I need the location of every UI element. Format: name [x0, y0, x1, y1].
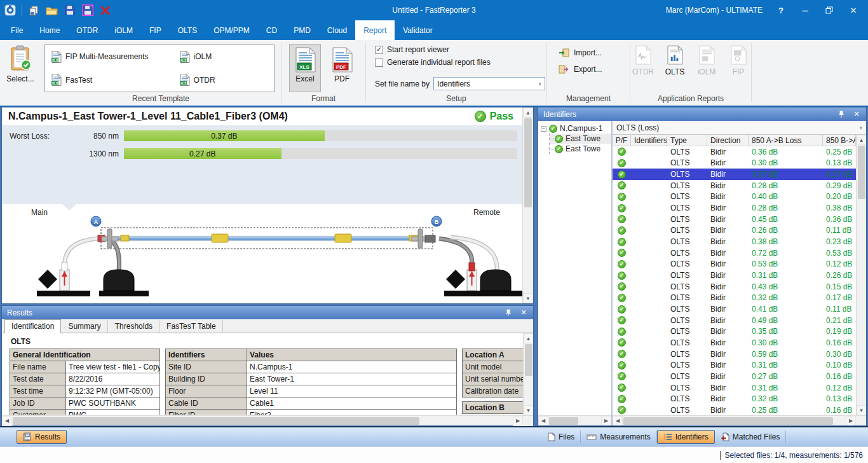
- scroll-up-icon[interactable]: ▲: [857, 135, 867, 145]
- import-button[interactable]: Import...: [559, 48, 630, 58]
- scroll-left-icon[interactable]: ◀: [538, 416, 548, 426]
- tab-file[interactable]: File: [3, 20, 31, 40]
- olts-measurement-row[interactable]: ✓OLTSBidir0.35 dB0.19 dB: [613, 326, 856, 338]
- column-type[interactable]: Type: [667, 135, 707, 146]
- olts-measurement-row[interactable]: ✓OLTSBidir0.59 dB0.30 dB: [613, 349, 856, 360]
- olts-measurement-row[interactable]: ✓OLTSBidir0.31 dB0.12 dB: [613, 382, 856, 394]
- olts-measurement-row[interactable]: ✓OLTSBidir0.30 dB0.13 dB: [613, 158, 856, 169]
- olts-measurement-row[interactable]: ✓OLTSBidir0.30 dB0.16 dB: [613, 337, 856, 349]
- olts-measurement-row[interactable]: ✓OLTSBidir0.37 dB0.27 dB: [613, 169, 856, 180]
- scroll-down-icon[interactable]: ▼: [524, 405, 534, 415]
- olts-measurement-row[interactable]: ✓OLTSBidir0.31 dB0.26 dB: [613, 270, 856, 281]
- file-name-dropdown[interactable]: Identifiers ▾: [433, 77, 545, 90]
- export-button[interactable]: Export...: [559, 64, 630, 74]
- collapse-icon[interactable]: −: [541, 126, 546, 132]
- olts-measurement-row[interactable]: ✓OLTSBidir0.49 dB0.21 dB: [613, 315, 856, 326]
- olts-measurement-row[interactable]: ✓OLTSBidir0.32 dB0.17 dB: [613, 293, 856, 304]
- list-vertical-scrollbar[interactable]: ▲ ▼: [856, 135, 866, 415]
- template-item[interactable]: XLSFasTest: [45, 69, 173, 92]
- close-panel-icon[interactable]: ✕: [852, 110, 861, 119]
- tab-matched-files[interactable]: Matched Files: [715, 431, 787, 443]
- app-icon[interactable]: [4, 4, 16, 17]
- template-item[interactable]: XLSOTDR: [173, 69, 274, 92]
- tab-files[interactable]: Files: [541, 431, 581, 443]
- template-item[interactable]: XLSiOLM: [173, 45, 274, 69]
- tab-fip[interactable]: FIP: [141, 20, 170, 40]
- column-850-ab-loss[interactable]: 850 A->B Loss: [749, 135, 823, 146]
- close-button[interactable]: ✕: [848, 4, 859, 16]
- olts-measurement-row[interactable]: ✓OLTSBidir0.45 dB0.36 dB: [613, 214, 856, 225]
- pin-icon[interactable]: [837, 110, 846, 119]
- olts-measurement-row[interactable]: ✓OLTSBidir0.28 dB0.38 dB: [613, 202, 856, 214]
- tab-validator[interactable]: Validator: [395, 20, 440, 40]
- column-direction[interactable]: Direction: [707, 135, 749, 146]
- results-vertical-scrollbar[interactable]: ▲ ▼: [523, 333, 533, 415]
- tree-child-item[interactable]: ✓ East Towe: [550, 144, 611, 154]
- olts-measurement-row[interactable]: ✓OLTSBidir0.26 dB0.11 dB: [613, 225, 856, 237]
- scroll-left-icon[interactable]: ◀: [613, 416, 623, 426]
- olts-measurement-row[interactable]: ✓OLTSBidir0.32 dB0.13 dB: [613, 393, 856, 404]
- tab-report[interactable]: Report: [355, 20, 395, 40]
- close-panel-icon[interactable]: ✕: [519, 308, 528, 317]
- tab-opm-ppm[interactable]: OPM/PPM: [205, 20, 258, 40]
- pin-icon[interactable]: [504, 308, 513, 317]
- tab-identifiers[interactable]: Identifiers: [657, 430, 715, 444]
- summary-vertical-scrollbar[interactable]: ▲ ▼: [522, 107, 533, 303]
- olts-measurement-row[interactable]: ✓OLTSBidir0.40 dB0.20 dB: [613, 191, 856, 203]
- save-icon[interactable]: [64, 4, 76, 17]
- olts-measurement-row[interactable]: ✓OLTSBidir0.27 dB0.16 dB: [613, 371, 856, 382]
- tab-otdr[interactable]: OTDR: [68, 20, 106, 40]
- measurement-type-dropdown[interactable]: OLTS (Loss) ▾: [613, 121, 866, 135]
- scrollbar-thumb[interactable]: [858, 146, 865, 199]
- application-report-olts[interactable]: OLTS: [662, 45, 688, 92]
- delete-icon[interactable]: [99, 4, 111, 17]
- scrollbar-thumb[interactable]: [549, 417, 578, 425]
- minimize-button[interactable]: ─: [799, 4, 811, 16]
- scrollbar-thumb[interactable]: [524, 118, 532, 207]
- list-horizontal-scrollbar[interactable]: ◀ ▶: [613, 415, 866, 425]
- results-bottom-tab[interactable]: Results: [17, 430, 67, 444]
- column-identifiers[interactable]: Identifiers: [631, 135, 667, 146]
- help-button[interactable]: ?: [775, 4, 787, 16]
- tab-summary[interactable]: Summary: [61, 319, 107, 333]
- tab-pmd[interactable]: PMD: [285, 20, 319, 40]
- tab-cd[interactable]: CD: [258, 20, 285, 40]
- scroll-down-icon[interactable]: ▼: [523, 293, 533, 303]
- excel-format-button[interactable]: XLS Excel: [289, 44, 321, 92]
- olts-measurement-row[interactable]: ✓OLTSBidir0.43 dB0.15 dB: [613, 281, 856, 293]
- tree-child-item[interactable]: ✓ East Towe: [550, 134, 611, 144]
- tab-thresholds[interactable]: Thresholds: [108, 319, 159, 333]
- scroll-left-icon[interactable]: ◀: [2, 416, 12, 426]
- scroll-right-icon[interactable]: ▶: [513, 416, 523, 426]
- tree-horizontal-scrollbar[interactable]: ◀ ▶: [538, 415, 611, 425]
- template-item[interactable]: XLSFIP Multi-Measurements: [45, 45, 173, 69]
- open-folder-icon[interactable]: [46, 4, 58, 17]
- olts-measurement-row[interactable]: ✓OLTSBidir0.72 dB0.53 dB: [613, 247, 856, 259]
- results-horizontal-scrollbar[interactable]: ◀ ▶: [2, 415, 533, 425]
- tab-olts[interactable]: OLTS: [170, 20, 205, 40]
- scrollbar-thumb[interactable]: [623, 417, 833, 425]
- tab-identification[interactable]: Identification: [4, 319, 61, 333]
- scroll-up-icon[interactable]: ▲: [523, 107, 533, 118]
- olts-measurement-row[interactable]: ✓OLTSBidir0.31 dB0.10 dB: [613, 359, 856, 371]
- tab-measurements[interactable]: Measurements: [581, 431, 656, 443]
- tree-root-item[interactable]: − ✓ N.Campus-1: [541, 123, 611, 134]
- column-850-ba-loss[interactable]: 850 B->A L: [823, 135, 856, 146]
- tab-iolm[interactable]: iOLM: [106, 20, 141, 40]
- scroll-up-icon[interactable]: ▲: [524, 333, 534, 343]
- start-report-viewer-checkbox[interactable]: ✓ Start report viewer: [375, 45, 546, 54]
- olts-measurement-row[interactable]: ✓OLTSBidir0.36 dB0.25 dB: [613, 146, 856, 158]
- pdf-format-button[interactable]: PDF PDF: [326, 44, 358, 92]
- scroll-down-icon[interactable]: ▼: [857, 405, 867, 415]
- scrollbar-thumb[interactable]: [525, 344, 532, 376]
- save-all-icon[interactable]: [81, 4, 93, 17]
- olts-measurement-row[interactable]: ✓OLTSBidir0.25 dB0.16 dB: [613, 404, 856, 415]
- olts-measurement-row[interactable]: ✓OLTSBidir0.38 dB0.23 dB: [613, 236, 856, 247]
- restore-button[interactable]: [824, 4, 835, 16]
- select-template-button[interactable]: Select...: [0, 40, 41, 106]
- copy-icon[interactable]: [28, 4, 40, 17]
- generate-individual-checkbox[interactable]: Generate individual report files: [375, 58, 546, 67]
- olts-measurement-row[interactable]: ✓OLTSBidir0.41 dB0.11 dB: [613, 303, 856, 315]
- olts-measurement-row[interactable]: ✓OLTSBidir0.28 dB0.29 dB: [613, 180, 856, 191]
- tab-fastest-table[interactable]: FasTesT Table: [159, 319, 223, 333]
